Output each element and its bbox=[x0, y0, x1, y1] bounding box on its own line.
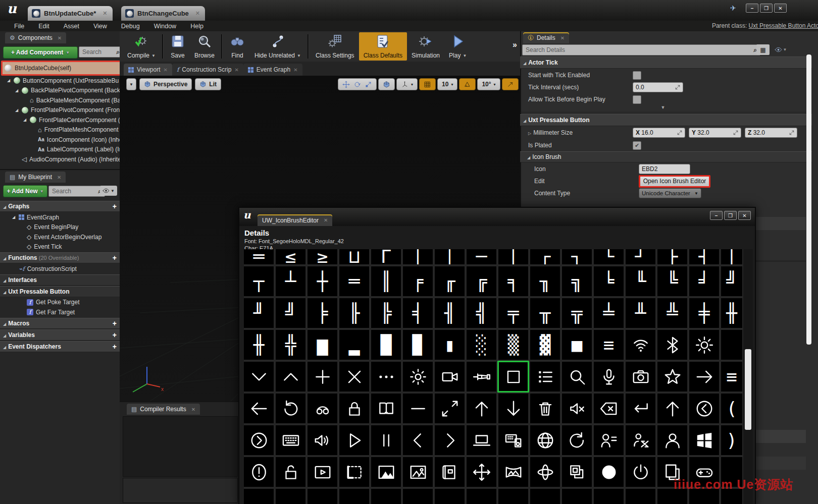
millimeter-y-input[interactable]: Y 32.0 bbox=[689, 128, 741, 138]
glyph[interactable] bbox=[403, 489, 433, 504]
microphone-icon[interactable] bbox=[594, 362, 624, 391]
rotation-snap-toggle[interactable] bbox=[459, 78, 476, 90]
photo-filled-icon[interactable] bbox=[371, 457, 401, 487]
more-icon[interactable] bbox=[371, 362, 401, 391]
section-interfaces[interactable]: ◢Interfaces bbox=[0, 274, 120, 286]
expand-arrow-icon[interactable]: ◢ bbox=[15, 108, 19, 113]
close-icon[interactable]: ✕ bbox=[560, 35, 565, 41]
visibility-filter-button[interactable]: ▼ bbox=[100, 186, 117, 196]
glyph[interactable]: ▓ bbox=[530, 330, 560, 360]
glyph[interactable]: ┼ bbox=[308, 266, 337, 296]
close-icon[interactable]: ✕ bbox=[293, 67, 297, 73]
mute-icon[interactable] bbox=[562, 394, 592, 423]
glyph[interactable]: │ bbox=[403, 249, 433, 264]
glyph[interactable]: ⊔ bbox=[339, 249, 369, 264]
details-search-input[interactable]: Search Details⌕ bbox=[522, 44, 760, 55]
glyph[interactable]: ╫ bbox=[244, 330, 274, 360]
add-component-button[interactable]: + Add Component▼ bbox=[3, 46, 78, 59]
section-variables[interactable]: ◢Variables+ bbox=[0, 329, 120, 341]
components-search-input[interactable]: Search⌕ bbox=[79, 46, 123, 58]
glyph[interactable]: ▆ bbox=[308, 330, 337, 360]
glyph[interactable]: ▉ bbox=[403, 330, 433, 360]
arrow-up-icon[interactable] bbox=[657, 394, 687, 423]
glyph-partial[interactable]: ( bbox=[721, 394, 742, 423]
glyph[interactable]: ╕ bbox=[498, 266, 528, 296]
compile-button[interactable]: Compile▼ bbox=[123, 32, 160, 61]
glyph[interactable]: ╞ bbox=[308, 298, 337, 328]
glyph[interactable]: ╟ bbox=[339, 298, 369, 328]
glyph[interactable]: ≤ bbox=[276, 249, 305, 264]
orbit-icon[interactable] bbox=[530, 457, 560, 487]
bp-item-get-poke-target[interactable]: fGet Poke Target bbox=[0, 298, 120, 308]
glyph[interactable]: ╣ bbox=[467, 298, 496, 328]
add-icon[interactable]: + bbox=[113, 343, 117, 351]
tab-construction-scrip[interactable]: fConstruction Scrip✕ bbox=[172, 64, 243, 76]
menu-view[interactable]: View bbox=[86, 23, 114, 30]
bluetooth-icon[interactable] bbox=[657, 330, 687, 360]
cancel-icon[interactable] bbox=[339, 362, 369, 391]
wifi-icon[interactable] bbox=[626, 330, 655, 360]
menu-asset[interactable]: Asset bbox=[57, 23, 86, 30]
close-icon[interactable]: ✕ bbox=[195, 10, 200, 17]
close-icon[interactable]: ✕ bbox=[163, 67, 167, 73]
allow-tick-checkbox[interactable] bbox=[633, 95, 641, 104]
warning-icon[interactable] bbox=[244, 457, 274, 487]
close-button[interactable]: ✕ bbox=[774, 4, 787, 13]
component-frontplatecentercomponent[interactable]: ◢FrontPlateCenterComponent (Fr bbox=[0, 115, 120, 125]
glyph[interactable] bbox=[276, 489, 305, 504]
compiler-results-tab[interactable]: ▤ Compiler Results✕ bbox=[127, 404, 200, 415]
tab-event-graph[interactable]: Event Graph✕ bbox=[243, 64, 302, 76]
icon-grid-scrollbar-track[interactable] bbox=[743, 249, 753, 504]
glyph[interactable]: ≡ bbox=[594, 330, 624, 360]
glyph-partial[interactable]: ╫ bbox=[721, 298, 742, 328]
trash-icon[interactable] bbox=[530, 394, 560, 423]
glyph[interactable]: ▂ bbox=[339, 330, 369, 360]
person-arrows-icon[interactable] bbox=[626, 425, 655, 455]
glyph[interactable]: ╨ bbox=[626, 298, 655, 328]
power-icon[interactable] bbox=[626, 457, 655, 487]
component-root-selected[interactable]: BtnUpdateCube(self) bbox=[1, 61, 123, 76]
glyph[interactable]: ╢ bbox=[435, 298, 465, 328]
devices-icon[interactable] bbox=[498, 425, 528, 455]
remove-icon[interactable] bbox=[403, 394, 433, 423]
close-icon[interactable]: ✕ bbox=[103, 10, 107, 17]
icon-value-input[interactable]: EBD2 bbox=[639, 164, 690, 174]
search-icon[interactable] bbox=[562, 362, 592, 391]
chevron-down-icon[interactable] bbox=[244, 362, 274, 391]
close-icon[interactable]: ✕ bbox=[234, 67, 238, 73]
details-tab[interactable]: 🛈 Details✕ bbox=[523, 32, 569, 43]
expand-arrow-icon[interactable]: ◢ bbox=[15, 88, 19, 93]
glyph[interactable]: ╥ bbox=[530, 298, 560, 328]
glyph[interactable]: │ bbox=[435, 249, 465, 264]
glyph[interactable]: ╒ bbox=[403, 266, 433, 296]
lit-button[interactable]: Lit bbox=[195, 78, 221, 90]
contact-icon[interactable] bbox=[657, 425, 687, 455]
maximize-button[interactable]: ❐ bbox=[760, 4, 773, 13]
component-audiocomponent[interactable]: ◁AudioComponent (Audio) (Inherite bbox=[0, 154, 120, 164]
circle-chevron-left-icon[interactable] bbox=[689, 394, 719, 423]
arrow-up-icon[interactable] bbox=[467, 394, 496, 423]
glyph[interactable] bbox=[308, 489, 337, 504]
stop-icon[interactable] bbox=[498, 362, 528, 391]
glyph[interactable]: ╜ bbox=[244, 298, 274, 328]
glyph[interactable]: ┌ bbox=[530, 249, 560, 264]
close-icon[interactable]: ✕ bbox=[191, 407, 195, 412]
video-icon[interactable] bbox=[435, 362, 465, 391]
glyph[interactable]: ╦ bbox=[562, 298, 592, 328]
person-list-icon[interactable] bbox=[594, 425, 624, 455]
move-icon[interactable] bbox=[467, 457, 496, 487]
glyph[interactable]: │ bbox=[498, 249, 528, 264]
component-iconcomponent[interactable]: AaIconComponent (Icon) (Inherit bbox=[0, 135, 120, 145]
expand-arrow-icon[interactable]: ◢ bbox=[7, 78, 11, 83]
menu-file[interactable]: File bbox=[7, 23, 31, 30]
icon-grid-scrollbar-thumb[interactable] bbox=[745, 349, 751, 430]
glyph[interactable]: ╖ bbox=[530, 266, 560, 296]
details-visibility-button[interactable]: ▼ bbox=[772, 44, 790, 55]
glyph[interactable]: Γ bbox=[371, 249, 401, 264]
arrow-left-icon[interactable] bbox=[244, 394, 274, 423]
bp-item-event-actorbeginoverlap[interactable]: ◇Event ActorBeginOverlap bbox=[0, 232, 120, 242]
add-icon[interactable]: + bbox=[113, 202, 117, 210]
glyph[interactable]: ╤ bbox=[498, 298, 528, 328]
chevron-up-icon[interactable] bbox=[276, 362, 305, 391]
grid-snap-toggle[interactable] bbox=[419, 78, 436, 90]
